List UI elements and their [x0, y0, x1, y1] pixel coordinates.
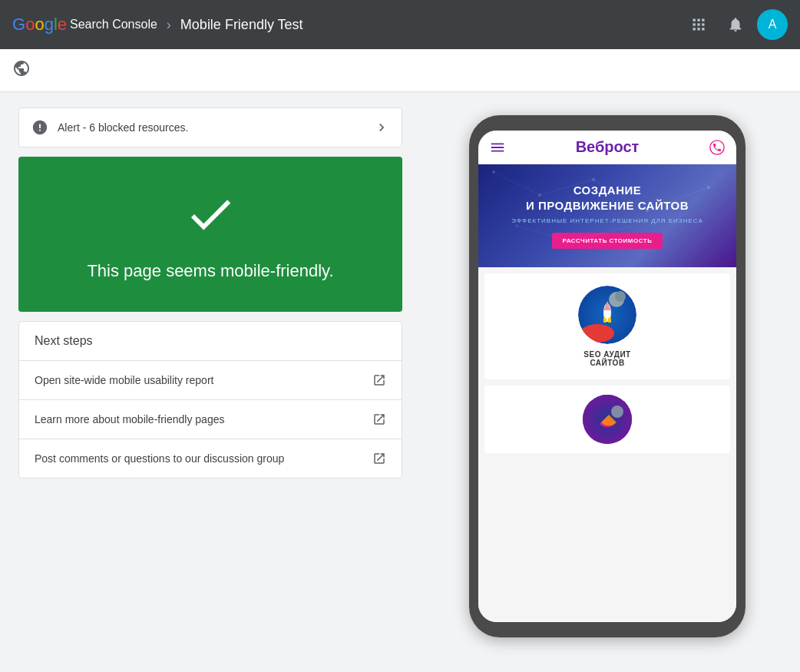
phone-preview-panel: Веброст — [433, 108, 782, 657]
svg-point-16 — [492, 170, 495, 174]
svg-rect-7 — [697, 28, 699, 30]
seo-card-title: SEO АУДИТ САЙТОВ — [583, 350, 630, 367]
constellation-bg — [478, 164, 736, 267]
phone-screen: Веброст — [478, 131, 736, 622]
svg-point-20 — [707, 186, 710, 189]
svg-rect-2 — [702, 19, 704, 22]
alert-bar[interactable]: Alert - 6 blocked resources. — [18, 108, 402, 147]
next-step-item-usability[interactable]: Open site-wide mobile usability report — [19, 361, 402, 400]
alert-text: Alert - 6 blocked resources. — [58, 121, 365, 134]
second-card-circle — [583, 395, 632, 444]
hamburger-icon — [489, 139, 506, 156]
console-label: Search Console — [70, 18, 157, 31]
apps-button[interactable] — [683, 9, 714, 40]
success-banner: This page seems mobile-friendly. — [18, 157, 402, 312]
breadcrumb-chevron: › — [167, 17, 171, 33]
google-logo: Google — [12, 15, 67, 35]
sub-header — [0, 49, 800, 92]
svg-rect-3 — [693, 23, 696, 25]
svg-point-17 — [538, 194, 541, 197]
svg-point-25 — [615, 291, 626, 302]
svg-rect-6 — [693, 28, 696, 30]
main-content: Alert - 6 blocked resources. This page s… — [0, 92, 800, 672]
next-step-label-comments: Post comments or questions to our discus… — [35, 452, 284, 465]
alert-chevron-icon — [374, 120, 389, 135]
website-phone-icon — [709, 139, 726, 156]
next-step-label-usability: Open site-wide mobile usability report — [35, 374, 213, 386]
svg-point-21 — [516, 225, 518, 227]
svg-point-32 — [611, 406, 623, 418]
next-step-label-learn: Learn more about mobile-friendly pages — [35, 413, 224, 425]
seo-card: SEO АУДИТ САЙТОВ — [484, 273, 730, 379]
svg-rect-30 — [608, 318, 611, 323]
svg-line-14 — [517, 226, 570, 241]
external-link-icon-3 — [372, 452, 386, 465]
notifications-button[interactable] — [720, 9, 751, 40]
svg-point-19 — [646, 209, 649, 212]
brand: Google Search Console — [12, 15, 157, 35]
success-message: This page seems mobile-friendly. — [87, 261, 333, 281]
svg-rect-8 — [702, 28, 704, 30]
alert-icon — [31, 119, 48, 136]
svg-point-9 — [710, 140, 724, 154]
next-step-item-comments[interactable]: Post comments or questions to our discus… — [19, 439, 402, 478]
svg-rect-4 — [697, 23, 699, 25]
app-header: Google Search Console › Mobile Friendly … — [0, 0, 800, 49]
svg-line-13 — [647, 187, 709, 210]
svg-line-11 — [540, 180, 593, 195]
page-title: Mobile Friendly Test — [180, 17, 303, 33]
next-steps-panel: Next steps Open site-wide mobile usabili… — [18, 321, 402, 478]
language-icon[interactable] — [12, 59, 31, 82]
svg-point-22 — [570, 240, 572, 243]
user-avatar[interactable]: A — [757, 9, 788, 40]
website-logo: Веброст — [576, 138, 640, 156]
svg-rect-5 — [702, 23, 704, 25]
next-step-item-learn[interactable]: Learn more about mobile-friendly pages — [19, 400, 402, 439]
external-link-icon-2 — [372, 412, 386, 426]
card-circle-seo — [578, 286, 636, 344]
svg-rect-0 — [693, 19, 696, 22]
checkmark-icon — [183, 187, 237, 249]
website-hero: СОЗДАНИЕИ ПРОДВИЖЕНИЕ САЙТОВ ЭФФЕКТИВНЫЕ… — [478, 164, 736, 267]
svg-line-10 — [494, 172, 540, 195]
second-card — [484, 386, 730, 453]
website-header: Веброст — [478, 131, 736, 164]
next-steps-title: Next steps — [19, 322, 402, 361]
svg-line-12 — [593, 180, 647, 210]
svg-rect-29 — [603, 318, 607, 323]
header-actions: A — [683, 9, 788, 40]
svg-point-18 — [592, 178, 595, 181]
phone-mockup: Веброст — [469, 115, 745, 637]
svg-rect-1 — [697, 19, 699, 22]
left-panel: Alert - 6 blocked resources. This page s… — [18, 108, 402, 657]
svg-point-26 — [580, 324, 614, 343]
svg-line-15 — [570, 226, 632, 241]
external-link-icon-1 — [372, 373, 386, 387]
website-cards: SEO АУДИТ САЙТОВ — [478, 267, 736, 622]
